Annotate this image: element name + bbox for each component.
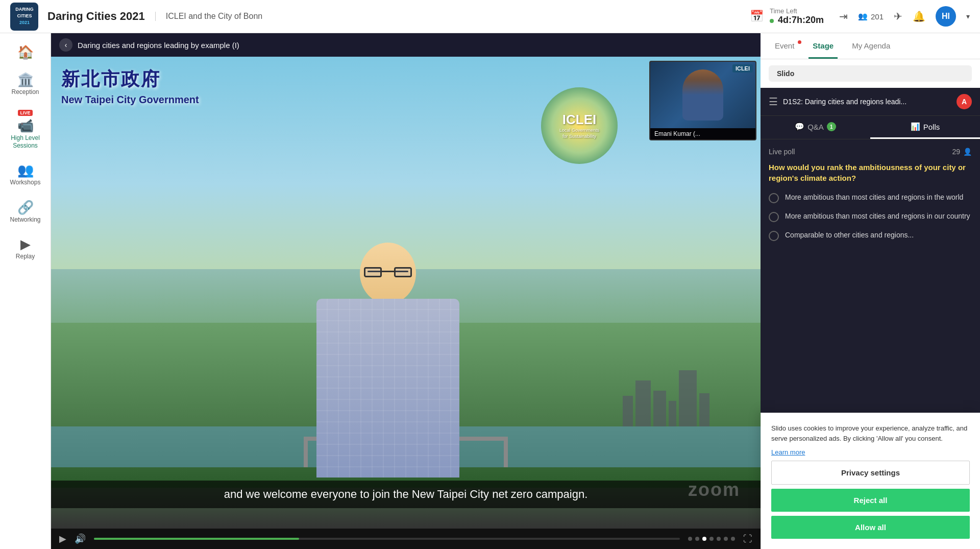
tab-stage[interactable]: Stage bbox=[808, 33, 838, 59]
pip-video: ICLEI Emani Kumar (... bbox=[649, 61, 756, 140]
poll-count-section: 29 👤 bbox=[952, 148, 972, 156]
networking-icon: 🔗 bbox=[17, 201, 34, 214]
sidebar-label-high-level: High LevelSessions bbox=[11, 134, 40, 149]
video-area: ‹ Daring cities and regions leading by e… bbox=[51, 33, 761, 549]
cookie-privacy-button[interactable]: Privacy settings bbox=[771, 461, 970, 485]
slide-dot-3[interactable] bbox=[702, 537, 706, 541]
sidebar-item-reception[interactable]: 🏛️ Reception bbox=[0, 66, 51, 103]
home-icon: 🏠 bbox=[17, 45, 34, 59]
video-topbar: ‹ Daring cities and regions leading by e… bbox=[51, 33, 761, 57]
city-name-text: New Taipei City Government bbox=[61, 94, 199, 106]
poll-radio-3[interactable] bbox=[769, 231, 779, 241]
time-label: Time Left bbox=[770, 7, 824, 15]
poll-radio-2[interactable] bbox=[769, 212, 779, 222]
slide-dot-7[interactable] bbox=[731, 537, 735, 541]
slido-header: ☰ D1S2: Daring cities and regions leadi.… bbox=[761, 88, 980, 116]
poll-option-1-text: More ambitious than most cities and regi… bbox=[785, 193, 963, 203]
person-head bbox=[360, 243, 416, 304]
enter-icon[interactable]: ⇥ bbox=[839, 10, 848, 22]
poll-radio-1[interactable] bbox=[769, 193, 779, 203]
slide-dot-4[interactable] bbox=[709, 537, 714, 541]
main-content: 🏠 🏛️ Reception LIVE 📹 High LevelSessions… bbox=[0, 33, 980, 549]
polls-label: Polls bbox=[923, 123, 940, 131]
poll-option-3[interactable]: Comparable to other cities and regions..… bbox=[769, 230, 972, 241]
slide-dot-1[interactable] bbox=[688, 537, 692, 541]
iclei-circle-logo: ICLEI Local Governmentsfor Sustainabilit… bbox=[541, 87, 618, 164]
svg-text:CITIES: CITIES bbox=[17, 13, 32, 18]
time-dot bbox=[770, 19, 774, 23]
sidebar-label-reception: Reception bbox=[11, 88, 39, 96]
glasses-left bbox=[364, 267, 382, 277]
poll-header: Live poll 29 👤 bbox=[769, 148, 972, 156]
cookie-learn-more-link[interactable]: Learn more bbox=[771, 448, 805, 456]
zoom-text: zoom bbox=[688, 479, 740, 500]
slido-menu-icon[interactable]: ☰ bbox=[769, 96, 778, 108]
sidebar-item-networking[interactable]: 🔗 Networking bbox=[0, 194, 51, 230]
volume-icon[interactable]: 🔊 bbox=[75, 533, 86, 544]
slido-subtabs: 💬 Q&A 1 📊 Polls bbox=[761, 116, 980, 139]
send-icon[interactable]: ✈ bbox=[894, 10, 902, 22]
pip-iclei-logo: ICLEI bbox=[732, 64, 753, 73]
video-subtitle: and we welcome everyone to join the New … bbox=[51, 481, 761, 508]
pip-speaker-person bbox=[682, 69, 723, 121]
header-actions: ⇥ 👥 201 ✈ 🔔 HI ▾ bbox=[839, 6, 970, 27]
users-count-section: 👥 201 bbox=[858, 12, 884, 21]
slido-session-title: D1S2: Daring cities and regions leadi... bbox=[783, 98, 951, 106]
chinese-banner-area: 新北市政府 New Taipei City Government bbox=[61, 67, 199, 106]
app-subtitle: ICLEI and the City of Bonn bbox=[155, 12, 262, 21]
qa-badge: 1 bbox=[827, 122, 836, 131]
app-title: Daring Cities 2021 bbox=[47, 10, 145, 23]
calendar-icon: 📅 bbox=[750, 10, 764, 23]
bell-icon[interactable]: 🔔 bbox=[913, 10, 925, 22]
sidebar-item-home[interactable]: 🏠 bbox=[0, 38, 51, 66]
sidebar-label-workshops: Workshops bbox=[10, 179, 41, 186]
cookie-consent-overlay: Slido uses cookies to improve your exper… bbox=[761, 413, 980, 549]
chevron-down-icon[interactable]: ▾ bbox=[966, 12, 970, 20]
reception-icon: 🏛️ bbox=[17, 73, 34, 86]
slide-dot-2[interactable] bbox=[695, 537, 699, 541]
glasses-right bbox=[394, 267, 412, 277]
sidebar-item-replay[interactable]: ▶ Replay bbox=[0, 230, 51, 267]
person-body bbox=[316, 299, 459, 478]
users-icon: 👥 bbox=[858, 12, 868, 21]
slido-subtab-polls[interactable]: 📊 Polls bbox=[870, 116, 980, 139]
video-progress-fill bbox=[94, 538, 299, 540]
video-back-button[interactable]: ‹ bbox=[59, 38, 72, 52]
cookie-reject-button[interactable]: Reject all bbox=[771, 489, 970, 512]
poll-question: How would you rank the ambitiousness of … bbox=[769, 162, 972, 183]
sidebar-item-workshops[interactable]: 👥 Workshops bbox=[0, 156, 51, 193]
sidebar-label-networking: Networking bbox=[10, 216, 40, 223]
poll-option-2-text: More ambitious than most cities and regi… bbox=[785, 211, 970, 222]
poll-count-value: 29 bbox=[952, 148, 960, 156]
slide-dot-6[interactable] bbox=[724, 537, 728, 541]
event-tab-dot bbox=[798, 40, 801, 44]
fullscreen-button[interactable]: ⛶ bbox=[743, 534, 752, 544]
poll-option-1[interactable]: More ambitious than most cities and regi… bbox=[769, 193, 972, 203]
subtitle-text: and we welcome everyone to join the New … bbox=[224, 488, 588, 500]
cookie-allow-button[interactable]: Allow all bbox=[771, 516, 970, 539]
pip-video-inner: ICLEI bbox=[650, 62, 755, 128]
right-panel-tabs: Event Stage My Agenda bbox=[761, 33, 980, 59]
slide-dot-5[interactable] bbox=[717, 537, 721, 541]
city-silhouette bbox=[623, 370, 709, 426]
session-title-bar: Daring cities and regions leading by exa… bbox=[78, 41, 239, 50]
slido-button[interactable]: Slido bbox=[769, 65, 972, 82]
camera-icon: 📹 bbox=[17, 119, 34, 132]
sidebar-item-high-level[interactable]: LIVE 📹 High LevelSessions bbox=[0, 103, 51, 156]
right-panel: Event Stage My Agenda Slido ☰ D1S2: Dari… bbox=[761, 33, 980, 549]
tab-my-agenda[interactable]: My Agenda bbox=[848, 33, 894, 59]
user-avatar[interactable]: HI bbox=[936, 6, 956, 27]
replay-icon: ▶ bbox=[20, 237, 31, 251]
time-value: 4d:7h:20m bbox=[778, 15, 824, 26]
slido-subtab-qa[interactable]: 💬 Q&A 1 bbox=[761, 116, 870, 139]
time-section: 📅 Time Left 4d:7h:20m bbox=[750, 7, 824, 26]
video-controls: ▶ 🔊 ⛶ bbox=[51, 529, 761, 549]
tab-event[interactable]: Event bbox=[771, 33, 798, 59]
app-logo[interactable]: DARING CITIES 2021 bbox=[10, 3, 38, 31]
video-progress-bar[interactable] bbox=[94, 538, 680, 540]
zoom-watermark: zoom bbox=[688, 479, 740, 500]
play-pause-button[interactable]: ▶ bbox=[59, 533, 66, 544]
poll-option-2[interactable]: More ambitious than most cities and regi… bbox=[769, 211, 972, 222]
iclei-circle-text: ICLEI bbox=[562, 112, 596, 128]
slido-user-avatar[interactable]: A bbox=[957, 94, 972, 109]
